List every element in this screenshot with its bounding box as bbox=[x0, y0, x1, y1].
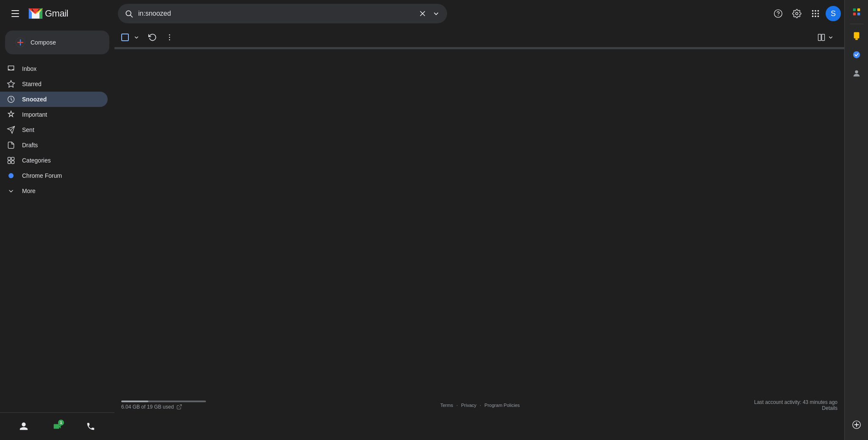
storage-bar bbox=[121, 401, 206, 402]
storage-section: 6.04 GB of 19 GB used bbox=[121, 401, 206, 410]
svg-point-12 bbox=[818, 10, 819, 12]
categories-icon bbox=[7, 156, 15, 165]
starred-label: Starred bbox=[22, 81, 101, 87]
keep-icon bbox=[852, 31, 861, 41]
phone-icon bbox=[86, 422, 95, 431]
sidebar-item-drafts[interactable]: Drafts bbox=[0, 137, 108, 153]
svg-rect-29 bbox=[854, 32, 859, 39]
compose-icon bbox=[15, 37, 25, 48]
main-content: S bbox=[114, 0, 844, 440]
search-clear-button[interactable] bbox=[418, 9, 427, 18]
snoozed-label: Snoozed bbox=[22, 96, 101, 103]
sidebar-item-starred[interactable]: Starred bbox=[0, 76, 108, 92]
storage-used-label: 6.04 GB of 19 GB used bbox=[121, 404, 174, 410]
sidebar-item-important[interactable]: Important bbox=[0, 107, 108, 122]
email-content-area: 6.04 GB of 19 GB used Terms · Privacy · … bbox=[114, 48, 844, 440]
sidebar-item-snoozed[interactable]: Snoozed bbox=[0, 92, 108, 107]
topbar-actions: S bbox=[770, 5, 841, 22]
content-loading-bar bbox=[114, 48, 844, 49]
categories-label: Categories bbox=[22, 157, 101, 164]
snoozed-icon bbox=[7, 95, 15, 104]
svg-point-16 bbox=[812, 16, 814, 17]
email-toolbar bbox=[114, 27, 844, 48]
footer-links: Terms · Privacy · Program Policies bbox=[206, 403, 754, 408]
more-options-button[interactable] bbox=[162, 30, 177, 45]
phone-footer-btn[interactable] bbox=[82, 418, 99, 435]
storage-text: 6.04 GB of 19 GB used bbox=[121, 404, 206, 410]
contacts-panel-btn[interactable] bbox=[848, 65, 865, 82]
separator2: · bbox=[480, 403, 481, 408]
contacts-footer-btn[interactable] bbox=[15, 418, 32, 435]
person-icon bbox=[19, 422, 28, 431]
hamburger-menu[interactable] bbox=[7, 5, 24, 22]
right-sidebar bbox=[844, 0, 868, 440]
tasks-panel-btn[interactable] bbox=[848, 46, 865, 63]
select-all-checkbox[interactable] bbox=[121, 34, 129, 41]
help-button[interactable] bbox=[770, 5, 787, 22]
more-icon bbox=[7, 187, 15, 195]
sidebar-footer: 1 bbox=[0, 412, 114, 440]
drafts-label: Drafts bbox=[22, 142, 101, 149]
chrome-forum-label: Chrome Forum bbox=[22, 172, 101, 179]
last-activity-text: Last account activity: 43 minutes ago bbox=[754, 399, 837, 405]
footer-activity: Last account activity: 43 minutes ago De… bbox=[754, 399, 837, 411]
details-link[interactable]: Details bbox=[754, 405, 837, 411]
search-input[interactable] bbox=[138, 10, 413, 17]
sent-label: Sent bbox=[22, 126, 101, 133]
sidebar-item-chrome-forum[interactable]: Chrome Forum bbox=[0, 168, 108, 183]
svg-point-21 bbox=[169, 39, 170, 40]
storage-link-icon[interactable] bbox=[176, 404, 182, 410]
svg-point-8 bbox=[774, 10, 782, 17]
svg-point-13 bbox=[812, 13, 814, 14]
settings-button[interactable] bbox=[788, 5, 805, 22]
sidebar-item-inbox[interactable]: Inbox bbox=[0, 61, 108, 76]
sheets-panel-btn[interactable] bbox=[848, 3, 865, 20]
important-icon bbox=[7, 110, 15, 119]
svg-point-32 bbox=[853, 51, 860, 59]
sidebar-item-sent[interactable]: Sent bbox=[0, 122, 108, 137]
terms-link[interactable]: Terms bbox=[440, 403, 453, 408]
drafts-icon bbox=[7, 141, 15, 149]
sidebar-item-more[interactable]: More bbox=[0, 183, 108, 199]
gmail-m-icon bbox=[28, 6, 43, 21]
keep-panel-btn[interactable] bbox=[848, 28, 865, 45]
contacts-icon bbox=[852, 69, 861, 78]
svg-rect-23 bbox=[822, 34, 825, 40]
split-view-button[interactable] bbox=[814, 31, 837, 43]
select-all-checkbox-wrap[interactable] bbox=[121, 30, 143, 45]
svg-line-24 bbox=[179, 405, 181, 407]
sidebar-header: Gmail bbox=[0, 0, 114, 27]
storage-bar-fill bbox=[121, 401, 148, 402]
refresh-button[interactable] bbox=[145, 30, 160, 45]
gmail-label: Gmail bbox=[45, 8, 68, 19]
search-dropdown-button[interactable] bbox=[432, 9, 440, 18]
sidebar-item-categories[interactable]: Categories bbox=[0, 153, 108, 168]
svg-rect-28 bbox=[857, 13, 860, 15]
select-dropdown-button[interactable] bbox=[130, 30, 143, 45]
sidebar: Gmail Compose Inbox bbox=[0, 0, 114, 440]
privacy-link[interactable]: Privacy bbox=[461, 403, 476, 408]
apps-button[interactable] bbox=[807, 5, 824, 22]
split-view-chevron-icon bbox=[827, 34, 834, 41]
svg-point-20 bbox=[169, 36, 170, 38]
gmail-logo: Gmail bbox=[28, 6, 68, 21]
search-icon bbox=[125, 9, 133, 18]
svg-point-33 bbox=[855, 70, 858, 73]
right-sidebar-divider bbox=[850, 24, 863, 24]
sent-icon bbox=[7, 126, 15, 134]
compose-label: Compose bbox=[31, 39, 56, 46]
svg-point-10 bbox=[812, 10, 814, 12]
search-bar[interactable] bbox=[118, 4, 447, 23]
user-avatar[interactable]: S bbox=[826, 6, 841, 21]
svg-point-9 bbox=[778, 15, 779, 16]
policies-link[interactable]: Program Policies bbox=[484, 403, 520, 408]
add-panel-btn[interactable] bbox=[848, 416, 865, 433]
compose-button[interactable]: Compose bbox=[5, 31, 109, 54]
inbox-icon bbox=[7, 64, 15, 73]
important-label: Important bbox=[22, 111, 101, 118]
svg-point-19 bbox=[169, 34, 170, 35]
nav-section: Inbox Starred Snoozed bbox=[0, 61, 114, 199]
tasks-icon bbox=[852, 50, 861, 59]
svg-point-15 bbox=[818, 13, 819, 14]
meet-footer-btn[interactable]: 1 bbox=[49, 418, 66, 435]
